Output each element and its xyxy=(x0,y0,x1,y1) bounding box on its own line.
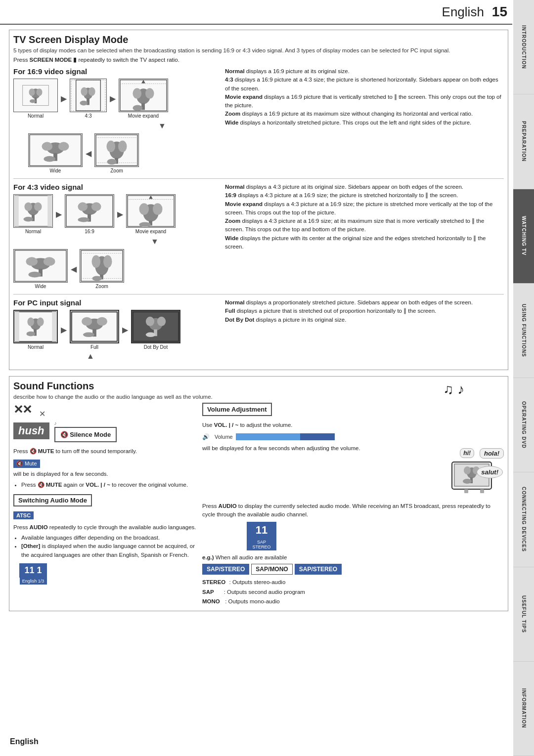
svg-rect-72 xyxy=(14,312,19,342)
tv-thumb-43-169 xyxy=(70,79,107,112)
tv-thumb-dotbydot-pc xyxy=(131,310,180,343)
tv-row-bottom-169: Wide ◀ xyxy=(13,133,221,173)
tv-speech-container: hi! hola! salut! xyxy=(449,457,499,498)
down-arrow-from-movie: ▼ xyxy=(137,122,187,130)
silence-mode-area: ✕✕ ✕ hush ♪ 🔇 Silence Mode Pre xyxy=(13,403,196,489)
music-notes-icon: ♫ ♪ xyxy=(443,381,464,397)
page-number: 15 xyxy=(492,4,507,20)
pc-arrow-row: ▲ xyxy=(13,350,221,361)
hush-text: hush xyxy=(13,422,49,439)
channel-big-sub: SAP STEREO xyxy=(247,539,276,550)
spacer-2 xyxy=(76,122,84,130)
svg-point-45 xyxy=(78,202,88,211)
svg-rect-37 xyxy=(47,196,52,226)
signal-pc-right: Normal displays a proportionately stretc… xyxy=(225,298,504,361)
signal-4-3-row: For 4:3 video signal xyxy=(13,183,504,289)
tv-thumb-169-43 xyxy=(65,194,114,228)
silence-mode-label: 🔇 Silence Mode xyxy=(54,427,117,442)
svg-point-40 xyxy=(34,202,42,211)
tv-thumb-normal-169 xyxy=(13,79,58,112)
svg-rect-98 xyxy=(464,489,468,493)
sound-title: Sound Functions xyxy=(13,380,213,392)
mute-instruction: Press 🔇 MUTE to turn off the sound tempo… xyxy=(13,447,196,456)
arrow-right-5: ▶ xyxy=(61,325,67,335)
tab-introduction[interactable]: INTRODUCTION xyxy=(513,0,534,94)
tab-connecting-devices[interactable]: CONNECTING DEVICES xyxy=(513,472,534,567)
audio-bullets: Available languages differ depending on … xyxy=(21,534,196,559)
spacer-6 xyxy=(67,237,116,246)
svg-point-84 xyxy=(83,333,94,337)
tv-item-full-pc: Full xyxy=(70,310,119,350)
volume-instruction: Use VOL. | / ~ to adjust the volume. xyxy=(202,421,504,429)
svg-rect-73 xyxy=(52,312,57,342)
sound-left-col: ✕✕ ✕ hush ♪ 🔇 Silence Mode Pre xyxy=(13,403,196,607)
tab-useful-tips[interactable]: USEFUL TIPS xyxy=(513,567,534,662)
svg-rect-99 xyxy=(480,489,484,493)
page-header: English 15 xyxy=(0,0,512,25)
tv-thumb-normal-43 xyxy=(13,194,53,228)
tv-label-wide-43: Wide xyxy=(35,284,46,289)
svg-point-31 xyxy=(106,140,115,152)
audio-left-instruction: Press AUDIO repeatedly to cycle through … xyxy=(13,523,196,532)
bubble-hola: hola! xyxy=(480,448,504,459)
svg-point-60 xyxy=(44,257,55,266)
sap-mono-badge: SAP/MONO xyxy=(251,564,292,575)
tv-item-normal-pc: Normal xyxy=(13,310,58,350)
pc-down-arrow: ▲ xyxy=(66,352,115,361)
audio-defs: STEREO : Outputs stereo-audio SAP : Outp… xyxy=(202,578,504,607)
tv-thumb-full-pc xyxy=(70,310,119,343)
volume-note: will be displayed for a few seconds when… xyxy=(202,444,504,453)
tv-row-top-169: Normal ▶ xyxy=(13,79,221,119)
arrow-left-2: ◀ xyxy=(71,264,77,274)
atsc-area: ATSC xyxy=(13,511,196,521)
tv-item-169-43: 16:9 xyxy=(65,194,114,234)
tab-operating-dvd[interactable]: OPERATING DVD xyxy=(513,378,534,472)
tv-row-top-43: Normal ▶ xyxy=(13,194,221,234)
svg-point-53 xyxy=(153,203,163,215)
svg-point-34 xyxy=(107,159,117,165)
tv-thumb-movieexpand-169 xyxy=(119,79,168,112)
spacer-5 xyxy=(56,237,64,246)
tab-watching-tv[interactable]: WATCHING TV xyxy=(513,189,534,284)
mute-note: will be is displayed for a few seconds. xyxy=(13,470,196,478)
svg-point-78 xyxy=(26,332,35,336)
audio-bullet-1: Available languages differ depending on … xyxy=(21,534,196,542)
sound-section-header: Sound Functions describe how to change t… xyxy=(13,380,504,403)
arrow-row-43: ▼ xyxy=(13,237,221,246)
tab-information[interactable]: INFORMATION xyxy=(513,662,534,756)
sap-stereo2-badge: SAP/STEREO xyxy=(295,564,342,575)
channel-big-display: 11 xyxy=(247,522,276,539)
tv-label-normal-169: Normal xyxy=(28,113,44,119)
svg-point-67 xyxy=(91,255,100,267)
arrow-right-4: ▶ xyxy=(117,210,123,219)
tv-item-dotbydot-pc: Dot By Dot xyxy=(131,310,180,350)
vol-label-text: Volume xyxy=(215,434,233,440)
svg-point-2 xyxy=(29,88,35,96)
sound-title-area: Sound Functions describe how to change t… xyxy=(13,380,213,403)
tv-grid-16-9: Normal ▶ xyxy=(13,79,221,173)
arrow-right-2: ▶ xyxy=(110,94,116,103)
tv-thumb-movieexpand-43 xyxy=(126,194,176,228)
tv-label-movieexpand-169: Movie expand xyxy=(128,113,159,119)
channel-small-display: 11 1 xyxy=(19,563,46,578)
svg-point-46 xyxy=(91,202,101,211)
xx-symbols: ✕✕ xyxy=(13,403,31,417)
signal-16-9-right: Normal displays a 16:9 picture at its or… xyxy=(225,67,504,173)
svg-point-23 xyxy=(42,142,53,151)
tab-preparation[interactable]: PREPARATION xyxy=(513,94,534,189)
tab-using-functions[interactable]: USING FUNCTIONS xyxy=(513,284,534,378)
audio-right-instruction: Press AUDIO to display the currently sel… xyxy=(202,502,504,519)
volume-label: Volume Adjustment xyxy=(202,403,272,416)
channel-big-area: 11 SAP STEREO xyxy=(242,522,281,550)
vol-speaker-icon: 🔊 xyxy=(202,433,210,440)
tv-label-169-43: 16:9 xyxy=(85,229,94,234)
svg-point-82 xyxy=(97,317,107,326)
tv-row-pc: Normal ▶ xyxy=(13,310,221,350)
svg-point-9 xyxy=(81,87,88,96)
tv-item-normal-169: Normal xyxy=(13,79,58,119)
svg-point-10 xyxy=(89,87,95,96)
tv-speech-area: hi! hola! salut! xyxy=(202,457,499,498)
tv-label-43-169: 4:3 xyxy=(85,113,92,119)
volume-fill xyxy=(236,433,300,440)
tv-item-zoom-43: Zoom xyxy=(80,249,124,289)
